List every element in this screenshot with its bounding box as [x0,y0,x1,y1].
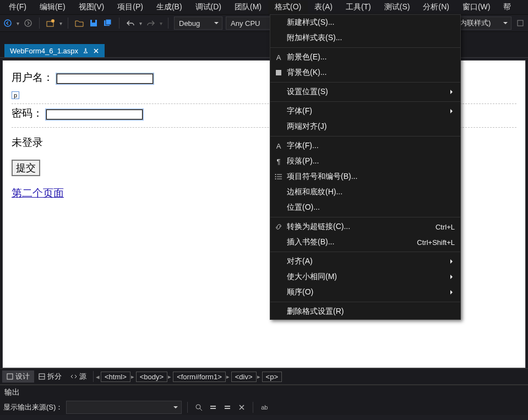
svg-point-15 [275,178,276,179]
menu-item[interactable]: 件(F) [2,1,33,14]
redo-icon[interactable] [145,18,156,29]
menu-item[interactable]: 附加样式表(S)... [270,30,460,46]
menu-item[interactable]: 位置(O)... [270,200,460,215]
menu-item-label: 使大小相同(M) [287,272,455,282]
config-combo[interactable]: Debug [174,17,222,30]
wrap-icon[interactable]: ab [259,402,270,413]
submit-button[interactable]: 提交 [12,160,40,176]
view-design[interactable]: 设计 [2,370,34,383]
dropdown-caret-icon[interactable]: ▾ [17,20,19,26]
split-icon [39,373,45,380]
menu-item[interactable]: 编辑(E) [33,1,72,14]
more-icon[interactable] [515,18,526,29]
dropdown-caret-icon[interactable]: ▾ [139,20,142,26]
svg-point-13 [275,174,276,175]
menu-item[interactable]: 使大小相同(M) [270,269,460,285]
breadcrumb-item[interactable]: <div> [231,372,257,382]
menu-item[interactable]: 分析(N) [416,1,455,14]
breadcrumb-item[interactable]: <body> [136,372,167,382]
menu-item[interactable]: A前景色(E)... [270,50,460,65]
menu-item[interactable]: A字体(F)... [270,138,460,154]
menu-item-label: 设置位置(S) [287,87,455,97]
open-icon[interactable] [74,18,85,29]
A-icon: A [270,53,287,62]
new-project-icon[interactable] [45,18,56,29]
menu-item[interactable]: 字体(F) [270,103,460,119]
view-split[interactable]: 拆分 [34,370,66,383]
separator [168,18,168,29]
svg-rect-7 [106,19,111,25]
close-icon[interactable] [93,48,99,54]
separator [39,18,40,29]
svg-point-1 [25,20,31,26]
chevron-right-icon: ▸ [168,373,171,380]
second-page-link[interactable]: 第二个页面 [12,187,64,199]
menu-item[interactable]: 调试(D) [189,1,228,14]
menu-item-label: 附加样式表(S)... [287,33,455,43]
¶-icon: ¶ [270,157,287,166]
find-icon[interactable] [193,402,204,413]
menu-separator [270,136,460,137]
menu-shortcut: Ctrl+L [436,223,455,231]
breadcrumb: <html>▸<body>▸<form#form1>▸<div>▸<p> [100,372,282,382]
back-icon[interactable] [2,18,13,29]
pin-icon[interactable] [83,48,89,54]
menu-item[interactable]: 帮 [497,1,518,14]
design-icon [7,373,13,380]
breadcrumb-item[interactable]: <p> [262,372,282,382]
menu-item[interactable]: 背景色(K)... [270,65,460,80]
menu-item[interactable]: 新建样式(S)... [270,15,460,30]
menu-item[interactable]: 两端对齐(J) [270,119,460,134]
separator [187,402,188,413]
username-input[interactable] [56,73,154,84]
menu-item[interactable]: 工具(T) [339,1,378,14]
output-source-combo[interactable] [66,401,182,414]
view-source[interactable]: 源 [66,370,91,383]
undo-icon[interactable] [125,18,136,29]
separator [93,371,94,382]
breadcrumb-item[interactable]: <html> [101,372,130,382]
menu-item[interactable]: ¶段落(P)... [270,154,460,169]
svg-rect-22 [210,408,216,409]
tab-webform[interactable]: WebForm4_6_1.aspx [4,44,105,57]
menu-item[interactable]: 边框和底纹(H)... [270,184,460,200]
menu-item[interactable]: 生成(B) [150,1,189,14]
svg-point-14 [275,176,276,177]
menu-item[interactable]: 设置位置(S) [270,84,460,100]
username-label: 用户名： [12,72,53,83]
menu-item[interactable]: 顺序(O) [270,285,460,300]
menu-item[interactable]: 团队(M) [228,1,268,14]
menu-item[interactable]: 视图(V) [72,1,111,14]
save-all-icon[interactable] [102,18,113,29]
clear-icon[interactable] [236,402,247,413]
chevron-right-icon: ▸ [226,373,230,380]
password-input[interactable] [46,109,143,120]
svg-rect-21 [210,406,216,407]
menu-item[interactable]: 删除格式设置(R) [270,304,460,319]
svg-point-3 [51,19,55,23]
menu-item[interactable]: 插入书签(B)...Ctrl+Shift+L [270,234,460,250]
menu-separator [270,82,460,83]
chevron-left-icon[interactable]: ◂ [96,373,100,381]
p-tag-marker[interactable]: p [12,91,19,99]
menu-item[interactable]: 测试(S) [378,1,417,14]
forward-icon[interactable] [23,18,34,29]
menu-item-label: 背景色(K)... [287,68,455,78]
dropdown-caret-icon[interactable]: ▾ [59,20,62,26]
menu-item[interactable]: 对齐(A) [270,254,460,269]
menu-item[interactable]: 转换为超链接(C)...Ctrl+L [270,219,460,234]
menu-item[interactable]: 表(A) [308,1,339,14]
svg-rect-9 [276,70,281,75]
goto-next-icon[interactable] [222,402,233,413]
goto-prev-icon[interactable] [208,402,219,413]
menu-item[interactable]: 项目(P) [111,1,150,14]
breadcrumb-item[interactable]: <form#form1> [173,372,226,382]
menu-item[interactable]: 格式(O) [268,1,308,14]
view-bar: 设计 拆分 源 ◂ <html>▸<body>▸<form#form1>▸<di… [0,368,528,385]
menu-item[interactable]: 窗口(W) [456,1,497,14]
menu-item[interactable]: 项目符号和编号(B)... [270,169,460,184]
menu-separator [270,252,460,252]
output-source-label: 显示输出来源(S)： [3,402,63,412]
save-icon[interactable] [88,18,99,29]
menu-item-label: 段落(P)... [287,156,455,166]
